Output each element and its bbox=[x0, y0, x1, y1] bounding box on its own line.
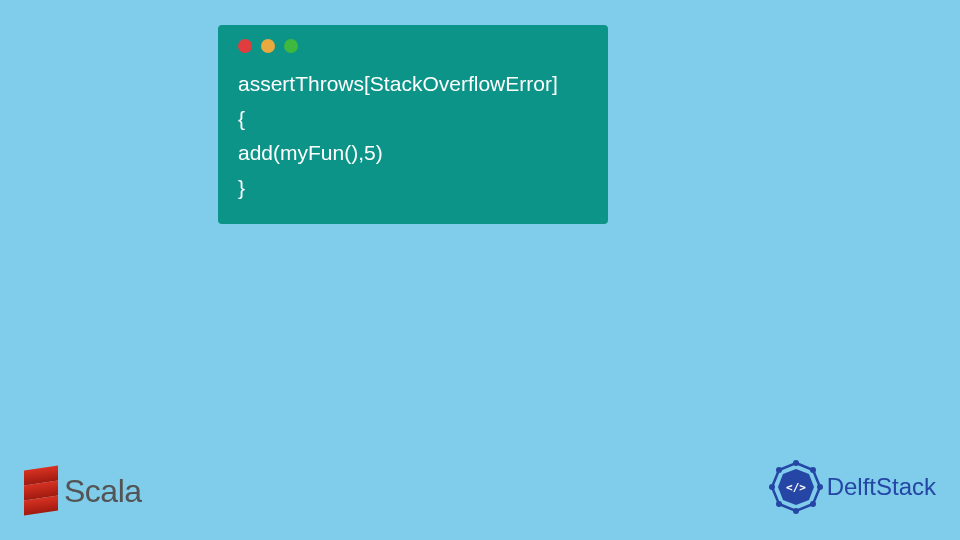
code-line: add(myFun(),5) bbox=[238, 141, 383, 164]
window-controls bbox=[238, 39, 588, 53]
maximize-dot-icon bbox=[284, 39, 298, 53]
scala-icon bbox=[24, 468, 58, 514]
svg-point-4 bbox=[817, 484, 823, 490]
svg-point-3 bbox=[810, 467, 816, 473]
delftstack-icon: </> bbox=[769, 460, 823, 514]
delftstack-logo-text: DelftStack bbox=[827, 473, 936, 501]
code-line: } bbox=[238, 176, 245, 199]
code-content: assertThrows[StackOverflowError] { add(m… bbox=[238, 67, 588, 206]
close-dot-icon bbox=[238, 39, 252, 53]
scala-logo: Scala bbox=[24, 468, 142, 514]
svg-point-2 bbox=[793, 460, 799, 466]
minimize-dot-icon bbox=[261, 39, 275, 53]
code-line: { bbox=[238, 107, 245, 130]
svg-point-9 bbox=[776, 467, 782, 473]
code-window: assertThrows[StackOverflowError] { add(m… bbox=[218, 25, 608, 224]
svg-point-8 bbox=[769, 484, 775, 490]
svg-point-5 bbox=[810, 501, 816, 507]
svg-point-6 bbox=[793, 508, 799, 514]
delftstack-logo: </> DelftStack bbox=[769, 460, 936, 514]
code-line: assertThrows[StackOverflowError] bbox=[238, 72, 558, 95]
scala-logo-text: Scala bbox=[64, 473, 142, 510]
svg-text:</>: </> bbox=[786, 481, 806, 494]
svg-point-7 bbox=[776, 501, 782, 507]
